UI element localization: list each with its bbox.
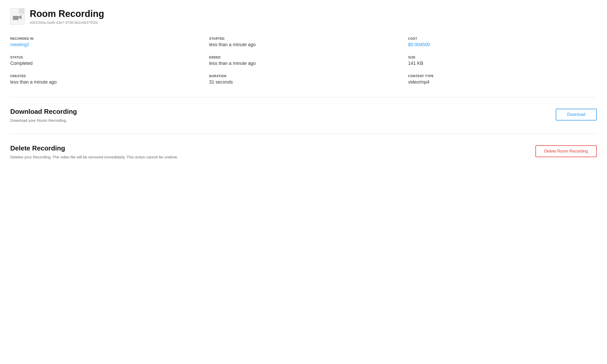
status-value: Completed — [10, 61, 199, 66]
delete-button[interactable]: Delete Room Recording — [535, 145, 597, 157]
cost-value: $0.004500 — [408, 42, 597, 47]
created-value: less than a minute ago — [10, 79, 199, 85]
svg-rect-1 — [19, 8, 25, 14]
duration-label: DURATION — [209, 74, 398, 78]
download-heading: Download Recording — [10, 108, 77, 116]
delete-heading: Delete Recording — [10, 144, 178, 152]
recorded-in-value[interactable]: meeting2 — [10, 42, 199, 47]
delete-action: Delete Room Recording — [535, 145, 597, 157]
recorded-in-item: RECORDED IN meeting2 — [10, 37, 199, 47]
download-section-text: Download Recording Download your Room Re… — [10, 108, 77, 124]
page-header: Room Recording e002340a-0ad6-43e7-97d6-b… — [10, 8, 597, 25]
size-value: 141 KB — [408, 61, 597, 66]
page-title: Room Recording — [30, 8, 104, 19]
duration-value: 31 seconds — [209, 79, 398, 85]
download-section: Download Recording Download your Room Re… — [10, 108, 597, 124]
delete-section: Delete Recording Deletes your Recording.… — [10, 144, 597, 160]
started-value: less than a minute ago — [209, 42, 398, 47]
content-type-item: CONTENT TYPE video/mp4 — [408, 74, 597, 85]
delete-description: Deletes your Recording. The video file w… — [10, 154, 178, 160]
divider-1 — [10, 97, 597, 97]
ended-value: less than a minute ago — [209, 61, 398, 66]
status-item: STATUS Completed — [10, 56, 199, 66]
file-icon — [10, 8, 25, 25]
cost-label: COST — [408, 37, 597, 41]
download-button[interactable]: Download — [556, 109, 597, 120]
content-type-value: video/mp4 — [408, 79, 597, 85]
size-item: SIZE 141 KB — [408, 56, 597, 66]
metadata-grid: RECORDED IN meeting2 STARTED less than a… — [10, 37, 597, 85]
ended-label: ENDED — [209, 56, 398, 59]
divider-2 — [10, 134, 597, 134]
status-label: STATUS — [10, 56, 199, 59]
page-subtitle: e002340a-0ad6-43e7-97d6-bb2c6837550c — [30, 21, 104, 25]
started-label: STARTED — [209, 37, 398, 41]
header-text: Room Recording e002340a-0ad6-43e7-97d6-b… — [30, 8, 104, 24]
delete-section-text: Delete Recording Deletes your Recording.… — [10, 144, 178, 160]
ended-item: ENDED less than a minute ago — [209, 56, 398, 66]
download-description: Download your Room Recording. — [10, 118, 77, 124]
started-item: STARTED less than a minute ago — [209, 37, 398, 47]
size-label: SIZE — [408, 56, 597, 59]
svg-rect-2 — [13, 16, 18, 20]
download-action: Download — [556, 109, 597, 120]
cost-item: COST $0.004500 — [408, 37, 597, 47]
created-label: CREATED — [10, 74, 199, 78]
recorded-in-label: RECORDED IN — [10, 37, 199, 41]
created-item: CREATED less than a minute ago — [10, 74, 199, 85]
content-type-label: CONTENT TYPE — [408, 74, 597, 78]
duration-item: DURATION 31 seconds — [209, 74, 398, 85]
